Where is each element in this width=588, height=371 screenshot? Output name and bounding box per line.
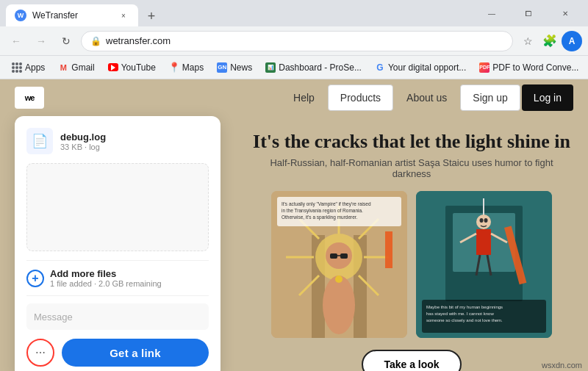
svg-text:in the Transylvania region of : in the Transylvania region of Romania. (282, 208, 363, 214)
status-bar: wsxdn.com (536, 359, 588, 371)
file-name: debug.log (60, 132, 209, 143)
svg-point-34 (484, 218, 488, 223)
options-button[interactable]: ⋯ (26, 339, 54, 367)
file-size: 33 KB (60, 143, 82, 151)
message-input-area[interactable]: Message (26, 303, 209, 330)
bookmark-gmail[interactable]: M Gmail (52, 59, 100, 76)
bookmark-google[interactable]: G Your digital opport... (369, 59, 472, 76)
tab-close-button[interactable]: × (118, 10, 129, 21)
add-more-files-row[interactable]: + Add more files 1 file added · 2.0 GB r… (26, 260, 209, 296)
bookmarks-bar: Apps M Gmail YouTube 📍 Maps GN News (0, 56, 588, 79)
about-nav-button[interactable]: About us (395, 84, 459, 111)
svg-rect-22 (385, 231, 392, 268)
svg-point-33 (480, 218, 484, 223)
star-button[interactable]: ☆ (517, 31, 538, 51)
bookmark-maps[interactable]: 📍 Maps (163, 59, 209, 76)
svg-point-12 (323, 275, 355, 334)
dashboard-icon: 📊 (265, 62, 276, 73)
news-icon: GN (217, 62, 227, 73)
maps-icon: 📍 (169, 62, 179, 73)
file-type-icon: 📄 (26, 128, 53, 154)
svg-text:It's actually only "Vampire" i: It's actually only "Vampire" if they're … (282, 201, 371, 207)
forward-button[interactable]: → (31, 31, 51, 51)
add-more-sublabel: 1 file added · 2.0 GB remaining (50, 279, 162, 288)
artwork-card-left[interactable]: It's actually only "Vampire" if they're … (271, 191, 407, 338)
maximize-button[interactable]: ⧠ (512, 2, 545, 24)
profile-button[interactable]: A (562, 31, 582, 51)
new-tab-button[interactable]: + (141, 6, 162, 26)
bookmark-pdf[interactable]: PDF PDF to Word Conve... (473, 59, 584, 76)
page-subheadline: Half-Russian, half-Romanian artist Saşa … (250, 157, 573, 179)
bookmark-news-label: News (230, 62, 252, 73)
tab-area: W WeTransfer × + (6, 0, 469, 26)
svg-text:someone so closely and not lov: someone so closely and not love them. (426, 318, 503, 323)
svg-text:Maybe this bit of my human beg: Maybe this bit of my human beginnings (426, 305, 503, 309)
bookmark-youtube-label: YouTube (121, 62, 156, 73)
signup-nav-button[interactable]: Sign up (460, 84, 520, 111)
close-window-button[interactable]: ✕ (548, 2, 582, 24)
file-item: 📄 debug.log 33 KB · log (26, 128, 209, 154)
lock-icon: 🔒 (90, 36, 101, 46)
pdf-icon: PDF (479, 62, 490, 73)
add-more-text-block: Add more files 1 file added · 2.0 GB rem… (50, 268, 162, 288)
products-nav-button[interactable]: Products (328, 84, 393, 111)
bookmark-dashboard[interactable]: 📊 Dashboard - ProSe... (259, 59, 368, 76)
upload-panel: 📄 debug.log 33 KB · log + Add more files… (15, 116, 220, 371)
bottom-actions: ⋯ Get a link (26, 339, 209, 367)
bookmark-apps[interactable]: Apps (6, 59, 51, 76)
page-headline: It's the cracks that let the light shine… (253, 131, 570, 153)
wt-nav: Help Products About us Sign up Log in (282, 84, 573, 111)
apps-icon (12, 62, 22, 73)
bookmark-dashboard-label: Dashboard - ProSe... (279, 62, 362, 73)
file-preview-area (26, 163, 209, 251)
webpage: we Help Products About us Sign up Log in… (0, 79, 588, 371)
file-info: debug.log 33 KB · log (60, 132, 209, 151)
google-icon: G (375, 62, 385, 73)
artwork-svg-right: Maybe this bit of my human beginnings ha… (416, 191, 552, 338)
wt-logo[interactable]: we (15, 87, 44, 109)
bookmark-pdf-label: PDF to Word Conve... (492, 62, 578, 73)
bookmark-gmail-label: Gmail (71, 62, 94, 73)
tab-title: WeTransfer (32, 10, 112, 21)
artwork-card-right[interactable]: Maybe this bit of my human beginnings ha… (416, 191, 552, 338)
svg-rect-14 (330, 253, 337, 259)
tab-favicon: W (15, 10, 26, 21)
file-type: log (89, 143, 100, 151)
file-meta: 33 KB · log (60, 143, 209, 151)
svg-text:Otherwise, it's a sparkling mu: Otherwise, it's a sparkling murderer. (282, 215, 358, 220)
minimize-button[interactable]: — (475, 2, 509, 24)
nav-bar: ← → ↻ 🔒 wetransfer.com ☆ 🧩 A (0, 26, 588, 56)
bookmark-apps-label: Apps (25, 62, 45, 73)
wt-header: we Help Products About us Sign up Log in (0, 79, 588, 116)
svg-rect-28 (476, 229, 491, 255)
window-controls: — ⧠ ✕ (475, 2, 582, 24)
message-placeholder: Message (34, 311, 73, 323)
browser-frame: W WeTransfer × + — ⧠ ✕ ← → ↻ 🔒 wetransfe… (0, 0, 588, 371)
svg-rect-15 (340, 253, 348, 259)
main-content: It's the cracks that let the light shine… (235, 116, 588, 371)
title-bar: W WeTransfer × + — ⧠ ✕ (0, 0, 588, 26)
extension-button[interactable]: 🧩 (539, 31, 560, 51)
artwork-row: It's actually only "Vampire" if they're … (271, 191, 552, 338)
url-text: wetransfer.com (106, 35, 503, 46)
nav-icons: ☆ 🧩 A (517, 31, 582, 51)
back-button[interactable]: ← (6, 31, 26, 51)
help-nav-button[interactable]: Help (282, 84, 326, 111)
artwork-svg-left: It's actually only "Vampire" if they're … (271, 191, 407, 338)
gmail-icon: M (58, 62, 68, 73)
address-bar[interactable]: 🔒 wetransfer.com (81, 31, 513, 51)
add-circle-icon: + (26, 270, 44, 287)
add-more-label: Add more files (50, 268, 162, 279)
svg-text:has stayed with me. I cannot k: has stayed with me. I cannot know (426, 311, 494, 316)
bookmark-youtube[interactable]: YouTube (102, 59, 162, 76)
bookmark-news[interactable]: GN News (211, 59, 258, 76)
login-nav-button[interactable]: Log in (522, 84, 573, 111)
refresh-button[interactable]: ↻ (56, 31, 76, 51)
active-tab[interactable]: W WeTransfer × (6, 4, 138, 26)
wt-logo-text: we (25, 93, 35, 102)
take-look-button[interactable]: Take a look (362, 350, 461, 371)
youtube-icon (108, 62, 118, 73)
get-link-button[interactable]: Get a link (62, 339, 209, 367)
bookmark-maps-label: Maps (182, 62, 204, 73)
bookmark-google-label: Your digital opport... (388, 62, 466, 73)
